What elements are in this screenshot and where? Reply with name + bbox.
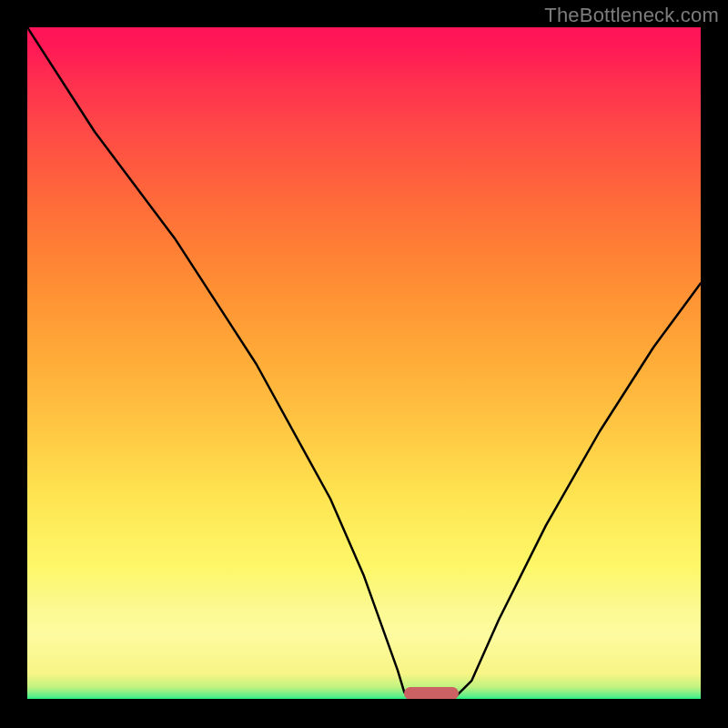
plot-area xyxy=(27,27,701,701)
watermark-text: TheBottleneck.com xyxy=(544,4,719,27)
baseline xyxy=(27,699,701,701)
chart-frame: TheBottleneck.com xyxy=(0,0,728,728)
bottleneck-curve xyxy=(27,27,701,701)
curve-path xyxy=(27,27,701,701)
optimum-marker xyxy=(404,687,458,700)
